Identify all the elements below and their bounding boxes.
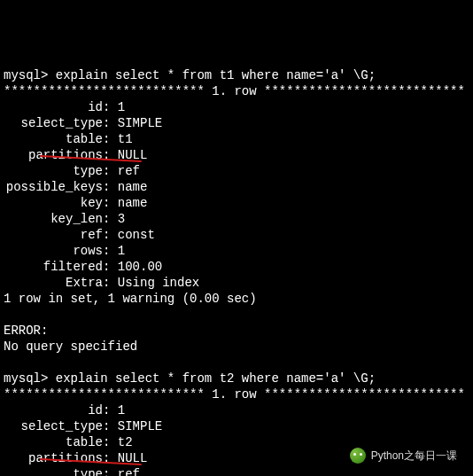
mysql-prompt-1: mysql> [4, 68, 56, 82]
field-key: filtered [4, 259, 103, 275]
field-row: type: ref [4, 163, 469, 179]
field-row: key_len: 3 [4, 211, 469, 227]
colon: : [103, 212, 118, 226]
field-row: id: 1 [4, 99, 469, 115]
field-row: filtered: 100.00 [4, 259, 469, 275]
field-key: possible_keys [4, 179, 103, 195]
field-val: const [118, 228, 155, 242]
field-row: table: t1 [4, 131, 469, 147]
error-label: ERROR: [4, 324, 48, 338]
field-key: Extra [4, 275, 103, 291]
field-val: 3 [118, 212, 125, 226]
field-row: partitions: NULL [4, 147, 469, 163]
field-val: Using index [118, 276, 199, 290]
field-val: ref [118, 467, 140, 476]
field-row: Extra: Using index [4, 275, 469, 291]
wechat-icon [350, 448, 366, 464]
field-key: select_type [4, 115, 103, 131]
colon: : [103, 164, 118, 178]
colon: : [103, 403, 118, 417]
field-val: name [118, 196, 148, 210]
field-key: ref [4, 227, 103, 243]
field-val: 1 [118, 244, 125, 258]
field-key: id [4, 99, 103, 115]
field-val: 100.00 [118, 260, 162, 274]
colon: : [103, 244, 118, 258]
colon: : [103, 132, 118, 146]
colon: : [103, 228, 118, 242]
field-val: t1 [118, 132, 133, 146]
field-val: 1 [118, 100, 125, 114]
mysql-prompt-2: mysql> [4, 371, 56, 386]
colon: : [103, 260, 118, 274]
colon: : [103, 467, 118, 476]
colon: : [103, 180, 118, 194]
row-header-1: *************************** 1. row *****… [4, 83, 469, 99]
field-row: possible_keys: name [4, 179, 469, 195]
field-val: 1 [118, 403, 125, 417]
field-row: key: name [4, 195, 469, 211]
watermark-text: Python之每日一课 [371, 448, 457, 464]
field-key: id [4, 402, 103, 418]
field-key: rows [4, 243, 103, 259]
field-key: type [4, 163, 103, 179]
field-key: type [4, 466, 103, 476]
colon: : [103, 419, 118, 433]
field-val: SIMPLE [118, 419, 162, 433]
field-row: type: ref [4, 466, 469, 476]
row-header-2: *************************** 1. row *****… [4, 386, 469, 402]
field-val: name [118, 180, 148, 194]
field-row: rows: 1 [4, 243, 469, 259]
result-footer-1: 1 row in set, 1 warning (0.00 sec) [4, 292, 257, 306]
field-val: ref [118, 164, 140, 178]
field-key: select_type [4, 418, 103, 434]
field-row: ref: const [4, 227, 469, 243]
field-key: table [4, 131, 103, 147]
query-2: explain select * from t2 where name='a' … [56, 371, 376, 386]
colon: : [103, 435, 118, 449]
field-val: SIMPLE [118, 116, 162, 130]
field-row: id: 1 [4, 402, 469, 418]
watermark: Python之每日一课 [350, 448, 457, 464]
field-row: select_type: SIMPLE [4, 115, 469, 131]
colon: : [103, 100, 118, 114]
query-1: explain select * from t1 where name='a' … [56, 68, 376, 82]
colon: : [103, 276, 118, 290]
field-key: key [4, 195, 103, 211]
colon: : [103, 116, 118, 130]
field-val: t2 [118, 435, 133, 449]
colon: : [103, 196, 118, 210]
error-msg: No query specified [4, 339, 137, 354]
field-key: table [4, 434, 103, 450]
field-key: key_len [4, 211, 103, 227]
field-row: select_type: SIMPLE [4, 418, 469, 434]
